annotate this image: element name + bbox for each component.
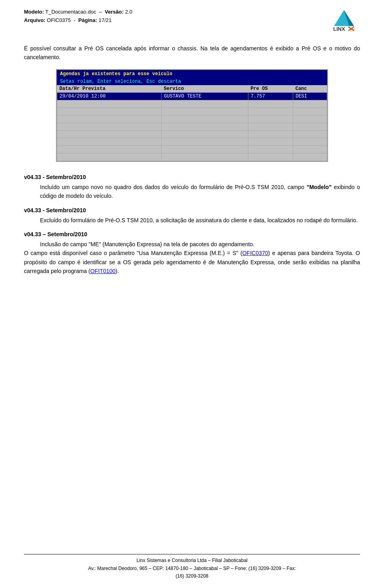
cell-servico: [161, 153, 248, 161]
cell-servico: GUSTAVO TESTE: [161, 92, 248, 100]
footer-line2: Av.: Marechal Deodoro, 965 – CEP: 14870-…: [24, 565, 360, 572]
ofic0370-link[interactable]: OFIC0370: [242, 250, 268, 256]
versao-value: 2.0: [125, 9, 132, 15]
table-row: [57, 123, 327, 130]
page-header: Modelo: T_Documentacao.doc – Versão: 2.0…: [24, 8, 360, 32]
cell-servico: [161, 146, 248, 153]
pagina-label: Página:: [78, 17, 97, 23]
footer-line1: Linx Sistemas e Consultoria Ltda – Filia…: [24, 557, 360, 564]
modelo-label: Modelo:: [24, 9, 44, 15]
versao-label: Versão:: [105, 9, 124, 15]
page-footer: Linx Sistemas e Consultoria Ltda – Filia…: [24, 554, 360, 580]
cell-pre_os: [248, 153, 293, 161]
cell-pre_os: [248, 108, 293, 115]
cell-date: [57, 108, 162, 115]
cell-pre_os: [248, 123, 293, 130]
cell-servico: [161, 108, 248, 115]
cell-canc: [293, 146, 327, 153]
col-servico: Servico: [161, 85, 248, 93]
version-heading-3: v04.33 – Setembro/2010: [24, 231, 360, 237]
version-body-3-indent: Inclusão do campo "ME" (Manutenção Expre…: [40, 240, 360, 249]
linx-logo-icon: LINX ®: [329, 9, 359, 31]
version-body-2: Excluído do formulário de Pré-O.S TSM 20…: [40, 216, 360, 225]
cell-pre_os: 7.757: [248, 92, 293, 100]
table-row: 29/04/2010 12:00GUSTAVO TESTE7.757DESI: [57, 92, 327, 100]
cell-servico: [161, 138, 248, 146]
table-row: [57, 100, 327, 108]
version-body-1: Incluído um campo novo no quadro dos dad…: [40, 183, 360, 201]
cell-pre_os: [248, 115, 293, 123]
svg-text:LINX: LINX: [333, 26, 345, 31]
cell-servico: [161, 115, 248, 123]
table-row: [57, 146, 327, 153]
cell-canc: [293, 138, 327, 146]
cell-canc: [293, 130, 327, 138]
cell-canc: [293, 100, 327, 108]
col-canc: Canc: [293, 85, 327, 93]
cell-date: [57, 138, 162, 146]
version-heading-1: v04.33 - Setembro/2010: [24, 174, 360, 180]
col-preos: Pre OS: [248, 85, 293, 93]
cell-canc: [293, 123, 327, 130]
ofit0100-link[interactable]: OFIT0100: [90, 268, 116, 274]
cell-date: 29/04/2010 12:00: [57, 92, 162, 100]
header-metadata: Modelo: T_Documentacao.doc – Versão: 2.0…: [24, 8, 132, 25]
logo: LINX ®: [328, 8, 360, 32]
arquivo-value: OFIC0375: [47, 17, 71, 23]
cell-pre_os: [248, 146, 293, 153]
cell-servico: [161, 123, 248, 130]
intro-paragraph: É possível consultar a Pré OS cancelada …: [24, 44, 360, 62]
cell-servico: [161, 130, 248, 138]
table-row: [57, 108, 327, 115]
table-row: [57, 153, 327, 161]
svg-text:®: ®: [353, 28, 356, 31]
version-heading-2: v04.33 - Setembro/2010: [24, 207, 360, 213]
page: Modelo: T_Documentacao.doc – Versão: 2.0…: [0, 0, 384, 588]
section-v0433-1: v04.33 - Setembro/2010 Incluído um campo…: [24, 174, 360, 201]
arquivo-label: Arquivo:: [24, 17, 45, 23]
cell-date: [57, 100, 162, 108]
col-date: Data/Hr Prevista: [57, 85, 162, 93]
cell-servico: [161, 100, 248, 108]
section-v0433-2: v04.33 - Setembro/2010 Excluído do formu…: [24, 207, 360, 225]
modelo-value: T_Documentacao.doc: [45, 9, 96, 15]
screen-simulation: Agendas ja existentes para esse veiculo …: [56, 69, 328, 162]
footer-line3: (16) 3209-3208: [24, 572, 360, 580]
pagina-value: 17/21: [98, 17, 112, 23]
screen-subtitle: Setas rolam, Enter seleciona, Esc descar…: [57, 78, 327, 85]
version-body-3-main: O campo está disponível caso o parâmetro…: [24, 249, 360, 275]
cell-canc: [293, 115, 327, 123]
cell-date: [57, 123, 162, 130]
modelo-line: Modelo: T_Documentacao.doc – Versão: 2.0: [24, 8, 132, 16]
cell-pre_os: [248, 100, 293, 108]
cell-date: [57, 115, 162, 123]
screen-table: Data/Hr Prevista Servico Pre OS Canc 29/…: [57, 85, 327, 161]
screen-title: Agendas ja existentes para esse veiculo: [57, 70, 327, 78]
table-row: [57, 138, 327, 146]
table-row: [57, 115, 327, 123]
arquivo-line: Arquivo: OFIC0375 - Página: 17/21: [24, 16, 132, 25]
cell-canc: [293, 153, 327, 161]
cell-pre_os: [248, 138, 293, 146]
table-row: [57, 130, 327, 138]
cell-date: [57, 146, 162, 153]
cell-canc: [293, 108, 327, 115]
cell-pre_os: [248, 130, 293, 138]
cell-date: [57, 130, 162, 138]
cell-canc: DESI: [293, 92, 327, 100]
cell-date: [57, 153, 162, 161]
section-v0433-3: v04.33 – Setembro/2010 Inclusão do campo…: [24, 231, 360, 276]
